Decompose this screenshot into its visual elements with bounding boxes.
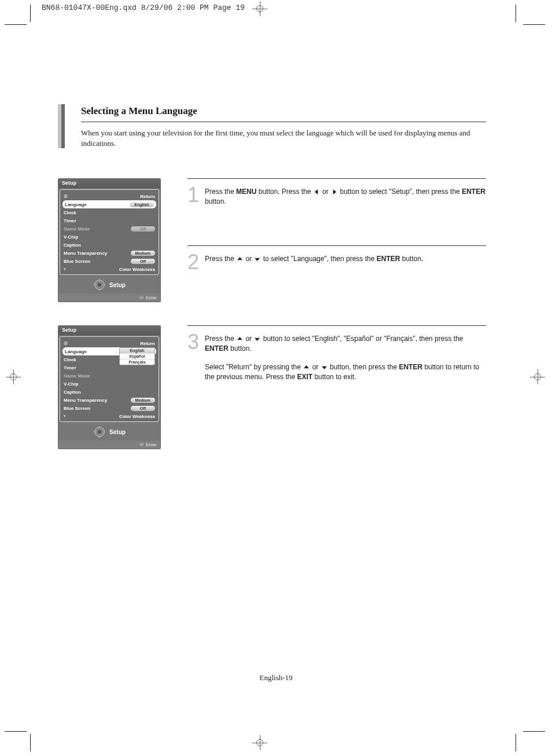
- arrow-down-icon: [255, 336, 260, 342]
- svg-marker-8: [237, 257, 242, 260]
- svg-marker-6: [315, 189, 318, 194]
- crop-mark: [516, 734, 516, 751]
- crop-mark: [516, 5, 516, 22]
- page-number: English-19: [0, 673, 552, 682]
- gear-icon: [93, 278, 106, 291]
- crop-mark: [5, 731, 27, 732]
- arrow-down-icon: [255, 256, 260, 262]
- dropdown-option: Français: [120, 359, 154, 365]
- divider: [187, 178, 486, 179]
- osd-category-label: Setup: [58, 276, 160, 293]
- osd-menu-row: Blue ScreenOff: [61, 257, 157, 265]
- svg-marker-7: [333, 189, 336, 194]
- section-accent-bar: [58, 104, 65, 148]
- enter-icon: ⏎: [139, 295, 143, 300]
- arrow-up-icon: [304, 365, 309, 370]
- arrow-down-icon: [322, 365, 327, 370]
- osd-title: Setup: [58, 326, 160, 335]
- section-intro: When you start using your television for…: [81, 128, 486, 148]
- enter-icon: ⏎: [139, 442, 143, 447]
- osd-menu-row: Blue ScreenOff: [61, 404, 157, 412]
- osd-menu-row: V-Chip: [61, 380, 157, 388]
- osd-menu-row: LanguageEnglish: [62, 200, 156, 208]
- divider: [81, 122, 486, 122]
- crop-mark: [30, 5, 31, 22]
- osd-return-row: Return: [61, 339, 157, 347]
- osd-value-pill: Medium: [131, 251, 155, 256]
- registration-mark-icon: [530, 369, 545, 384]
- osd-screenshot-setup: Setup Return LanguageEnglishClockTimerGa…: [58, 178, 161, 302]
- osd-footer: ⏎Enter: [58, 293, 160, 302]
- step-number: 2: [187, 252, 205, 273]
- arrow-left-icon: [314, 189, 319, 194]
- osd-menu-row: Menu TransparencyMedium: [61, 396, 157, 404]
- svg-marker-16: [237, 337, 242, 340]
- osd-menu-row: Color Weakness: [61, 412, 157, 420]
- svg-point-11: [98, 430, 101, 434]
- svg-point-1: [98, 283, 101, 287]
- arrow-right-icon: [332, 189, 337, 194]
- osd-value-pill: Off: [131, 406, 155, 411]
- crop-mark: [30, 734, 31, 751]
- divider: [187, 245, 486, 246]
- instruction-step-2: 2 Press the or to select "Language", the…: [187, 252, 486, 273]
- registration-mark-icon: [252, 1, 267, 16]
- divider: [187, 325, 486, 326]
- svg-marker-17: [255, 338, 260, 341]
- svg-marker-9: [255, 258, 260, 261]
- registration-mark-icon: [6, 369, 21, 384]
- osd-value-pill: English: [130, 202, 154, 207]
- osd-return-row: Return: [61, 192, 157, 200]
- osd-title: Setup: [58, 179, 160, 188]
- language-dropdown: EnglishEspañolFrançais: [119, 347, 155, 365]
- osd-menu-row: Clock: [61, 208, 157, 216]
- step-number: 1: [187, 185, 205, 205]
- dropdown-option: Español: [120, 353, 154, 359]
- osd-menu-row: V-Chip: [61, 233, 157, 241]
- crop-mark: [523, 24, 545, 25]
- arrow-up-icon: [237, 336, 242, 342]
- arrow-up-icon: [237, 256, 242, 262]
- crop-mark: [523, 731, 545, 732]
- osd-menu-row: Game Mode: [61, 372, 157, 380]
- osd-screenshot-language-dropdown: Setup Return LanguageClockTimerGame Mode…: [58, 325, 161, 449]
- crop-mark: [5, 24, 27, 25]
- osd-value-pill: Off: [131, 259, 155, 264]
- osd-menu-row: Color Weakness: [61, 265, 157, 273]
- instruction-step-1: 1 Press the MENU button. Press the or bu…: [187, 185, 486, 207]
- step-number: 3: [187, 332, 205, 353]
- osd-menu-row: Menu TransparencyMedium: [61, 249, 157, 257]
- gear-icon: [93, 425, 106, 438]
- print-header: BN68-01047X-00Eng.qxd 8/29/06 2:00 PM Pa…: [42, 3, 245, 12]
- osd-category-label: Setup: [58, 423, 160, 441]
- osd-menu-row: Game ModeOff: [61, 225, 157, 233]
- osd-menu-row: Caption: [61, 388, 157, 396]
- svg-marker-18: [304, 365, 309, 368]
- osd-menu-row: Timer: [61, 216, 157, 225]
- osd-footer: ⏎Enter: [58, 441, 160, 449]
- osd-value-pill: Medium: [131, 398, 155, 403]
- svg-marker-19: [322, 366, 327, 369]
- instruction-step-3: 3 Press the or button to select "English…: [187, 332, 486, 383]
- osd-menu-row: Caption: [61, 241, 157, 249]
- registration-mark-icon: [252, 735, 267, 750]
- dropdown-option: English: [120, 348, 154, 353]
- section-title: Selecting a Menu Language: [81, 104, 486, 120]
- osd-value-pill: Off: [131, 226, 155, 232]
